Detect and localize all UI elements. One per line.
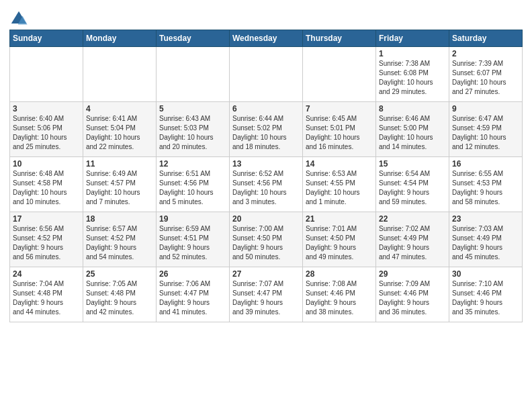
day-number: 21 [306,214,373,224]
day-info: Sunrise: 6:55 AM Sunset: 4:53 PM Dayligh… [452,169,519,207]
calendar-cell [230,47,303,102]
day-info: Sunrise: 6:49 AM Sunset: 4:57 PM Dayligh… [86,169,153,207]
calendar-cell: 18Sunrise: 6:57 AM Sunset: 4:52 PM Dayli… [83,212,157,267]
day-number: 25 [86,269,153,279]
day-info: Sunrise: 6:41 AM Sunset: 5:04 PM Dayligh… [86,114,153,152]
day-number: 24 [13,269,80,279]
day-info: Sunrise: 6:45 AM Sunset: 5:01 PM Dayligh… [306,114,373,152]
day-number: 23 [452,214,519,224]
logo-icon [9,9,28,28]
day-number: 27 [232,269,300,279]
day-info: Sunrise: 6:48 AM Sunset: 4:58 PM Dayligh… [13,169,80,207]
day-info: Sunrise: 6:59 AM Sunset: 4:51 PM Dayligh… [159,224,226,262]
day-number: 12 [159,159,226,169]
weekday-header-monday: Monday [83,30,157,47]
calendar-cell: 26Sunrise: 7:06 AM Sunset: 4:47 PM Dayli… [157,267,230,322]
day-number: 10 [13,159,80,169]
weekday-header-sunday: Sunday [10,30,83,47]
calendar-cell: 6Sunrise: 6:44 AM Sunset: 5:02 PM Daylig… [230,102,303,157]
day-info: Sunrise: 6:44 AM Sunset: 5:02 PM Dayligh… [232,114,300,152]
calendar-cell: 20Sunrise: 7:00 AM Sunset: 4:50 PM Dayli… [230,212,303,267]
calendar-table: SundayMondayTuesdayWednesdayThursdayFrid… [9,30,523,322]
day-info: Sunrise: 7:04 AM Sunset: 4:48 PM Dayligh… [13,279,80,317]
day-info: Sunrise: 6:40 AM Sunset: 5:06 PM Dayligh… [13,114,80,152]
day-number: 13 [232,159,300,169]
day-number: 1 [379,49,446,58]
weekday-header-thursday: Thursday [303,30,376,47]
day-info: Sunrise: 6:51 AM Sunset: 4:56 PM Dayligh… [159,169,226,207]
calendar-header: SundayMondayTuesdayWednesdayThursdayFrid… [10,30,523,47]
day-info: Sunrise: 7:03 AM Sunset: 4:49 PM Dayligh… [452,224,519,262]
day-number: 8 [379,104,446,113]
day-number: 4 [86,104,153,113]
calendar-cell: 14Sunrise: 6:53 AM Sunset: 4:55 PM Dayli… [303,157,376,212]
day-number: 3 [13,104,80,113]
calendar-cell [303,47,376,102]
calendar-week-3: 17Sunrise: 6:56 AM Sunset: 4:52 PM Dayli… [10,212,523,267]
calendar-cell: 22Sunrise: 7:02 AM Sunset: 4:49 PM Dayli… [376,212,449,267]
calendar-cell: 17Sunrise: 6:56 AM Sunset: 4:52 PM Dayli… [10,212,83,267]
day-info: Sunrise: 6:57 AM Sunset: 4:52 PM Dayligh… [86,224,153,262]
day-info: Sunrise: 7:02 AM Sunset: 4:49 PM Dayligh… [379,224,446,262]
day-number: 15 [379,159,446,169]
calendar-week-1: 3Sunrise: 6:40 AM Sunset: 5:06 PM Daylig… [10,102,523,157]
day-number: 22 [379,214,446,224]
day-info: Sunrise: 7:06 AM Sunset: 4:47 PM Dayligh… [159,279,226,317]
day-number: 11 [86,159,153,169]
day-info: Sunrise: 7:38 AM Sunset: 6:08 PM Dayligh… [379,59,446,97]
day-number: 28 [306,269,373,279]
day-info: Sunrise: 6:47 AM Sunset: 4:59 PM Dayligh… [452,114,519,152]
header [9,7,523,28]
weekday-header-tuesday: Tuesday [157,30,230,47]
page-container: SundayMondayTuesdayWednesdayThursdayFrid… [0,0,532,326]
calendar-cell: 29Sunrise: 7:09 AM Sunset: 4:46 PM Dayli… [376,267,449,322]
calendar-cell: 7Sunrise: 6:45 AM Sunset: 5:01 PM Daylig… [303,102,376,157]
day-info: Sunrise: 7:09 AM Sunset: 4:46 PM Dayligh… [379,279,446,317]
day-number: 19 [159,214,226,224]
calendar-cell: 30Sunrise: 7:10 AM Sunset: 4:46 PM Dayli… [449,267,523,322]
calendar-cell [157,47,230,102]
day-info: Sunrise: 7:01 AM Sunset: 4:50 PM Dayligh… [306,224,373,262]
day-number: 14 [306,159,373,169]
logo [9,9,31,28]
day-info: Sunrise: 6:54 AM Sunset: 4:54 PM Dayligh… [379,169,446,207]
day-number: 9 [452,104,519,113]
weekday-header-wednesday: Wednesday [230,30,303,47]
calendar-cell: 4Sunrise: 6:41 AM Sunset: 5:04 PM Daylig… [83,102,157,157]
calendar-cell: 12Sunrise: 6:51 AM Sunset: 4:56 PM Dayli… [157,157,230,212]
calendar-cell: 1Sunrise: 7:38 AM Sunset: 6:08 PM Daylig… [376,47,449,102]
calendar-cell: 16Sunrise: 6:55 AM Sunset: 4:53 PM Dayli… [449,157,523,212]
weekday-header-saturday: Saturday [449,30,523,47]
calendar-cell: 3Sunrise: 6:40 AM Sunset: 5:06 PM Daylig… [10,102,83,157]
day-number: 18 [86,214,153,224]
day-info: Sunrise: 7:10 AM Sunset: 4:46 PM Dayligh… [452,279,519,317]
day-info: Sunrise: 6:53 AM Sunset: 4:55 PM Dayligh… [306,169,373,207]
calendar-cell [10,47,83,102]
calendar-cell: 13Sunrise: 6:52 AM Sunset: 4:56 PM Dayli… [230,157,303,212]
calendar-week-2: 10Sunrise: 6:48 AM Sunset: 4:58 PM Dayli… [10,157,523,212]
day-number: 7 [306,104,373,113]
day-info: Sunrise: 7:07 AM Sunset: 4:47 PM Dayligh… [232,279,300,317]
calendar-cell: 21Sunrise: 7:01 AM Sunset: 4:50 PM Dayli… [303,212,376,267]
day-number: 16 [452,159,519,169]
day-info: Sunrise: 7:39 AM Sunset: 6:07 PM Dayligh… [452,59,519,97]
calendar-cell: 25Sunrise: 7:05 AM Sunset: 4:48 PM Dayli… [83,267,157,322]
calendar-cell: 10Sunrise: 6:48 AM Sunset: 4:58 PM Dayli… [10,157,83,212]
day-info: Sunrise: 7:08 AM Sunset: 4:46 PM Dayligh… [306,279,373,317]
calendar-week-0: 1Sunrise: 7:38 AM Sunset: 6:08 PM Daylig… [10,47,523,102]
calendar-week-4: 24Sunrise: 7:04 AM Sunset: 4:48 PM Dayli… [10,267,523,322]
calendar-cell: 5Sunrise: 6:43 AM Sunset: 5:03 PM Daylig… [157,102,230,157]
calendar-cell: 2Sunrise: 7:39 AM Sunset: 6:07 PM Daylig… [449,47,523,102]
day-info: Sunrise: 6:43 AM Sunset: 5:03 PM Dayligh… [159,114,226,152]
calendar-cell: 27Sunrise: 7:07 AM Sunset: 4:47 PM Dayli… [230,267,303,322]
day-info: Sunrise: 6:56 AM Sunset: 4:52 PM Dayligh… [13,224,80,262]
calendar-cell [83,47,157,102]
calendar-cell: 23Sunrise: 7:03 AM Sunset: 4:49 PM Dayli… [449,212,523,267]
calendar-cell: 28Sunrise: 7:08 AM Sunset: 4:46 PM Dayli… [303,267,376,322]
calendar-cell: 24Sunrise: 7:04 AM Sunset: 4:48 PM Dayli… [10,267,83,322]
calendar-cell: 8Sunrise: 6:46 AM Sunset: 5:00 PM Daylig… [376,102,449,157]
day-number: 26 [159,269,226,279]
day-number: 5 [159,104,226,113]
day-number: 17 [13,214,80,224]
day-info: Sunrise: 6:52 AM Sunset: 4:56 PM Dayligh… [232,169,300,207]
